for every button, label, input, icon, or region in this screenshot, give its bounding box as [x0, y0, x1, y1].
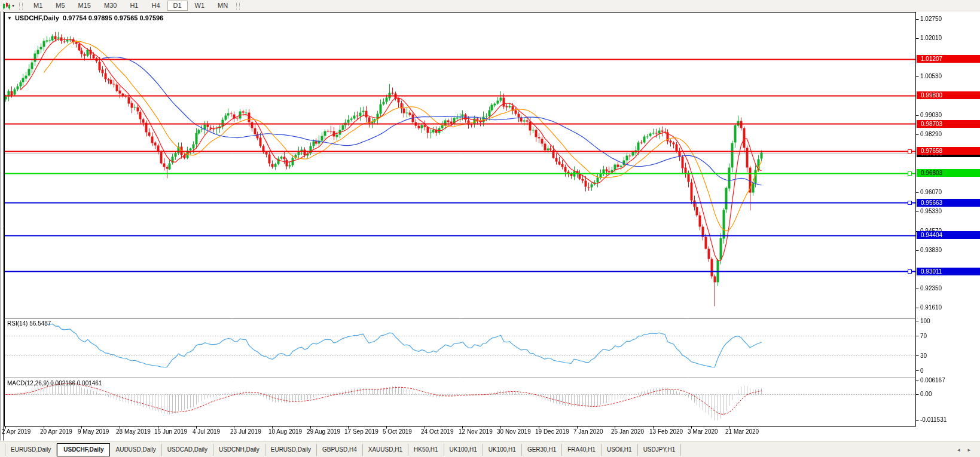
chart-tab-usdjpy-h1[interactable]: USDJPY,H1 [638, 444, 682, 456]
macd-axis-label: -0.011531 [920, 416, 947, 424]
rsi-level-label: 100 [920, 318, 930, 325]
rsi-level-label: 70 [920, 333, 927, 340]
price-line-label: 0.97658 [917, 147, 980, 155]
chart-tab-uk100-h1[interactable]: UK100,H1 [444, 444, 483, 456]
price-tick-label: 1.02010 [920, 35, 942, 42]
date-tick-label: 10 Aug 2019 [268, 428, 302, 435]
chart-tab-usdchf-daily[interactable]: USDCHF,Daily [57, 443, 110, 456]
chart-collapse-icon[interactable]: ▼ [7, 16, 12, 21]
chart-tab-eurusd-daily[interactable]: EURUSD,Daily [5, 444, 57, 456]
date-tick-label: 21 Mar 2020 [725, 428, 759, 435]
tab-scroll-right-icon[interactable]: ► [967, 447, 972, 453]
chart-tab-gbpusd-h4[interactable]: GBPUSD,H4 [317, 444, 363, 456]
timeframe-button-W1[interactable]: W1 [189, 1, 211, 11]
chart-tab-audusd-daily[interactable]: AUDUSD,Daily [110, 444, 161, 456]
price-line-label: 0.99800 [917, 91, 980, 99]
chart-tab-usdcnh-daily[interactable]: USDCNH,Daily [213, 444, 265, 456]
date-tick-label: 2 Apr 2019 [2, 428, 30, 435]
timeframe-buttons: M1M5M15M30H1H4D1W1MN [27, 1, 234, 11]
chart-tab-fra40-h1[interactable]: FRA40,H1 [562, 444, 602, 456]
price-tick-label: 1.00530 [920, 73, 942, 80]
price-tick-label: 0.95330 [920, 208, 942, 215]
tab-scroll-left-icon[interactable]: ◄ [956, 447, 961, 453]
price-tick-label: 0.99030 [920, 112, 942, 119]
date-tick-label: 23 Jul 2019 [230, 428, 261, 435]
chart-symbol-title: USDCHF,Daily [15, 14, 59, 22]
date-tick-label: 29 Aug 2019 [307, 428, 340, 435]
date-tick-label: 25 Jan 2020 [611, 428, 644, 435]
timeframe-button-H1[interactable]: H1 [124, 1, 144, 11]
top-toolbar: ▾ M1M5M15M30H1H4D1W1MN [0, 0, 980, 11]
date-tick-label: 19 Dec 2019 [535, 428, 569, 435]
price-line-label: 0.95663 [917, 199, 980, 207]
chart-header: ▼USDCHF,Daily 0.97754 0.97895 0.97565 0.… [7, 14, 163, 22]
date-tick-label: 4 Jul 2019 [193, 428, 220, 435]
price-line-label: 0.94404 [917, 231, 980, 239]
chart-tab-eurusd-daily[interactable]: EURUSD,Daily [265, 444, 317, 456]
date-tick-label: 5 Oct 2019 [383, 428, 412, 435]
rsi-pane-title: RSI(14) 56.5487 [7, 320, 51, 327]
timeframe-button-D1[interactable]: D1 [167, 1, 188, 11]
date-tick-label: 30 Nov 2019 [497, 428, 531, 435]
timeframe-button-M5[interactable]: M5 [50, 1, 71, 11]
date-tick-label: 15 Jun 2019 [154, 428, 187, 435]
macd-axis-label: 0.00 [920, 391, 932, 398]
chart-ohlc-values: 0.97754 0.97895 0.97565 0.97596 [63, 14, 163, 22]
chart-tab-uk100-h1[interactable]: UK100,H1 [483, 444, 522, 456]
date-tick-label: 12 Nov 2019 [459, 428, 493, 435]
timeframe-button-MN[interactable]: MN [212, 1, 234, 11]
chart-tab-usoil-h1[interactable]: USOil,H1 [602, 444, 638, 456]
timeframe-button-M1[interactable]: M1 [28, 1, 48, 11]
price-line-label: 1.01207 [917, 55, 980, 63]
price-tick-label: 0.91610 [920, 304, 942, 311]
chart-tab-usdcad-daily[interactable]: USDCAD,Daily [162, 444, 213, 456]
date-tick-label: 20 Apr 2019 [40, 428, 72, 435]
price-tick-label: 0.98290 [920, 131, 942, 138]
price-tick-label: 0.93830 [920, 247, 942, 254]
price-tick-label: 1.02750 [920, 16, 942, 23]
timeframe-button-M30[interactable]: M30 [98, 1, 123, 11]
macd-pane-title: MACD(12,26,9) 0.002166 0.001461 [7, 380, 102, 387]
date-tick-label: 9 May 2019 [78, 428, 109, 435]
date-tick-label: 3 Mar 2020 [688, 428, 718, 435]
chart-tab-xauusd-h1[interactable]: XAUUSD,H1 [363, 444, 408, 456]
chart-tab-hk50-h1[interactable]: HK50,H1 [408, 444, 444, 456]
rsi-level-label: 30 [920, 352, 927, 360]
macd-axis-label: 0.006167 [920, 377, 945, 384]
date-tick-label: 28 May 2019 [116, 428, 151, 435]
price-line-label: 0.96803 [917, 169, 980, 177]
candlestick-chart-icon[interactable] [2, 2, 11, 10]
toolbar-separator [236, 2, 240, 10]
chart-tab-bar: EURUSD,DailyUSDCHF,DailyAUDUSD,DailyUSDC… [0, 441, 980, 457]
price-line-label: 0.93011 [917, 268, 980, 275]
date-tick-label: 24 Oct 2019 [421, 428, 453, 435]
chart-tab-ger30-h1[interactable]: GER30,H1 [522, 444, 562, 456]
date-tick-label: 13 Feb 2020 [649, 428, 683, 435]
chevron-down-icon[interactable]: ▾ [12, 3, 14, 8]
date-tick-label: 7 Jan 2020 [573, 428, 603, 435]
price-tick-label: 0.96070 [920, 189, 942, 196]
price-line-label: 0.98703 [917, 120, 980, 128]
timeframe-button-M15[interactable]: M15 [72, 1, 97, 11]
chart-canvas[interactable] [0, 0, 980, 457]
timeframe-button-H4[interactable]: H4 [145, 1, 166, 11]
toolbar-drag-handle[interactable] [19, 2, 23, 10]
rsi-level-label: 0 [920, 367, 924, 375]
date-tick-label: 17 Sep 2019 [344, 428, 378, 435]
price-tick-label: 0.92350 [920, 285, 942, 292]
